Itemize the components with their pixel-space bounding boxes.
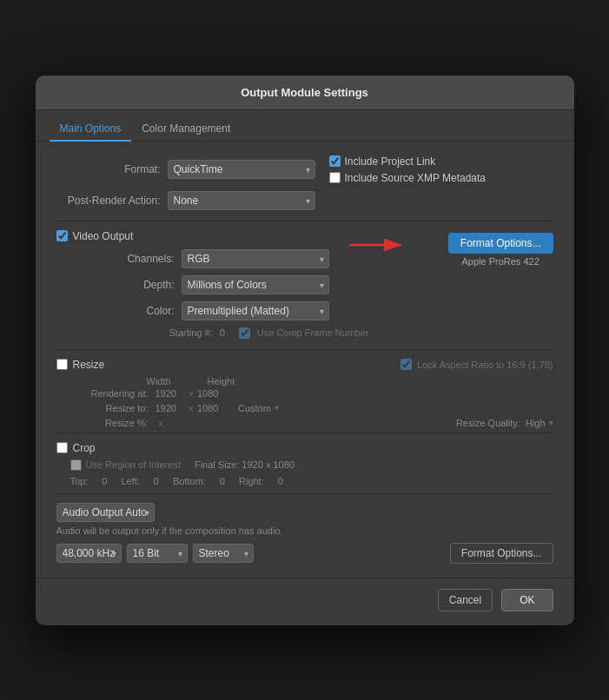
crop-header: Crop xyxy=(56,442,553,454)
depth-row: Depth: Millions of Colors xyxy=(70,275,553,294)
starting-hash-value: 0 xyxy=(220,327,225,338)
lock-aspect-label: Lock Aspect Ratio to 16:9 (1,78) xyxy=(417,360,553,370)
resize-height-header: Height xyxy=(208,376,251,386)
resize-checkbox[interactable] xyxy=(56,359,68,370)
audio-channels-select[interactable]: Stereo xyxy=(193,544,254,563)
color-select[interactable]: Premultiplied (Matted) xyxy=(182,301,329,320)
lock-aspect-checkbox[interactable] xyxy=(400,359,412,370)
crop-fields: Top: 0 Left: 0 Bottom: 0 Right: 0 xyxy=(70,476,553,486)
crop-label: Crop xyxy=(73,442,96,454)
depth-label: Depth: xyxy=(70,279,175,291)
format-select-wrapper: QuickTime xyxy=(168,160,315,179)
right-checkboxes: Include Project Link Include Source XMP … xyxy=(329,155,487,184)
resize-to-height: 1080 xyxy=(197,403,228,413)
channels-select-wrapper: RGB xyxy=(182,249,329,268)
rendering-at-row: Rendering at: 1920 x 1080 xyxy=(70,388,553,399)
audio-channels-select-wrapper: Stereo xyxy=(193,544,254,563)
resize-pct-label: Resize %: xyxy=(70,418,149,428)
crop-bottom-label: Bottom: xyxy=(173,476,206,486)
starting-hash-row: Starting #: 0 Use Comp Frame Number xyxy=(169,327,553,339)
tab-main-options[interactable]: Main Options xyxy=(50,117,132,142)
cancel-button[interactable]: Cancel xyxy=(438,589,493,611)
format-options-button[interactable]: Format Options... xyxy=(448,233,553,254)
tab-color-management[interactable]: Color Management xyxy=(131,117,241,142)
main-content: Format: QuickTime Include Project Link I… xyxy=(36,142,574,578)
audio-controls-row: 48,000 kHz 16 Bit Stereo Format Opt xyxy=(56,543,553,564)
resize-pct-x: x xyxy=(159,418,164,428)
resize-pct-row: Resize %: x Resize Quality: High ▾ xyxy=(70,418,553,428)
crop-right-value: 0 xyxy=(278,476,283,486)
resize-quality-arrow: ▾ xyxy=(549,418,553,427)
resize-quality-label: Resize Quality: xyxy=(456,418,520,428)
include-project-link-checkbox[interactable] xyxy=(329,155,341,167)
resize-width-header: Width xyxy=(147,376,190,386)
resize-to-x: x xyxy=(189,403,195,413)
audio-section: Audio Output Auto Audio will be output o… xyxy=(56,493,553,564)
resize-custom-arrow: ▾ xyxy=(275,403,279,413)
resize-to-width: 1920 xyxy=(156,403,186,413)
resize-custom-label: Custom xyxy=(238,403,271,413)
crop-right-label: Right: xyxy=(239,476,264,486)
post-render-select-wrapper: None xyxy=(168,191,315,210)
bit-depth-select-wrapper: 16 Bit xyxy=(127,544,188,563)
crop-bottom-value: 0 xyxy=(220,476,225,486)
color-row: Color: Premultiplied (Matted) xyxy=(70,301,553,320)
dialog-title: Output Module Settings xyxy=(36,76,574,110)
crop-sub-row: Use Region of Interest Final Size: 1920 … xyxy=(70,459,553,471)
post-render-label: Post-Render Action: xyxy=(56,195,161,207)
color-select-wrapper: Premultiplied (Matted) xyxy=(182,301,329,320)
include-source-xmp-label: Include Source XMP Metadata xyxy=(345,172,487,184)
resize-header: Resize Lock Aspect Ratio to 16:9 (1,78) xyxy=(56,359,553,371)
crop-left-value: 0 xyxy=(154,476,159,486)
use-comp-frame-number-checkbox[interactable] xyxy=(239,327,250,339)
tab-bar: Main Options Color Management xyxy=(36,110,574,142)
include-project-link-label: Include Project Link xyxy=(345,155,436,168)
resize-label: Resize xyxy=(73,359,105,371)
format-select[interactable]: QuickTime xyxy=(168,160,315,179)
crop-checkbox[interactable] xyxy=(56,442,68,453)
resize-to-label: Resize to: xyxy=(70,403,149,413)
channels-select[interactable]: RGB xyxy=(182,249,329,268)
lock-aspect-row: Lock Aspect Ratio to 16:9 (1,78) xyxy=(400,359,553,370)
resize-quality-value: High xyxy=(526,418,546,428)
sample-rate-select[interactable]: 48,000 kHz xyxy=(56,544,122,563)
post-render-select[interactable]: None xyxy=(168,191,315,210)
rendering-at-height: 1080 xyxy=(197,388,228,399)
crop-left-label: Left: xyxy=(121,476,139,486)
video-output-header-row: Video Output Format Options... Apple Pro… xyxy=(56,230,553,242)
include-source-xmp-checkbox[interactable] xyxy=(329,172,341,183)
bit-depth-select[interactable]: 16 Bit xyxy=(127,544,188,563)
output-module-dialog: Output Module Settings Main Options Colo… xyxy=(36,76,574,625)
final-size-label: Final Size: 1920 x 1080 xyxy=(195,459,295,470)
crop-top-label: Top: xyxy=(70,476,89,486)
depth-select[interactable]: Millions of Colors xyxy=(182,275,329,294)
channels-label: Channels: xyxy=(70,253,175,265)
video-output-section: Video Output Format Options... Apple Pro… xyxy=(56,221,553,339)
audio-output-select[interactable]: Audio Output Auto xyxy=(56,503,155,522)
audio-output-select-wrapper: Audio Output Auto xyxy=(56,503,155,522)
format-label: Format: xyxy=(56,163,161,175)
post-render-row: Post-Render Action: None xyxy=(56,191,553,210)
use-comp-frame-number-label: Use Comp Frame Number xyxy=(257,327,369,338)
resize-col-headers: Width Height xyxy=(147,376,553,386)
footer: Cancel OK xyxy=(36,578,574,625)
crop-section: Crop Use Region of Interest Final Size: … xyxy=(56,433,553,486)
sample-rate-select-wrapper: 48,000 kHz xyxy=(56,544,122,563)
resize-to-row: Resize to: 1920 x 1080 Custom ▾ xyxy=(70,403,553,413)
crop-top-value: 0 xyxy=(102,476,107,486)
color-label: Color: xyxy=(70,305,175,317)
audio-controls: 48,000 kHz 16 Bit Stereo xyxy=(56,544,443,563)
video-output-checkbox[interactable] xyxy=(56,230,68,241)
use-roi-row: Use Region of Interest xyxy=(70,459,181,471)
audio-description: Audio will be output only if the composi… xyxy=(56,525,553,536)
ok-button[interactable]: OK xyxy=(501,589,553,611)
depth-select-wrapper: Millions of Colors xyxy=(182,275,329,294)
video-output-label: Video Output xyxy=(73,230,134,242)
resize-section: Resize Lock Aspect Ratio to 16:9 (1,78) … xyxy=(56,349,553,428)
audio-format-options-button[interactable]: Format Options... xyxy=(450,543,553,564)
codec-label: Apple ProRes 422 xyxy=(462,256,539,267)
arrow-annotation xyxy=(345,228,414,262)
use-roi-checkbox[interactable] xyxy=(70,459,82,471)
rendering-at-x: x xyxy=(189,388,195,399)
rendering-at-width: 1920 xyxy=(156,388,186,399)
